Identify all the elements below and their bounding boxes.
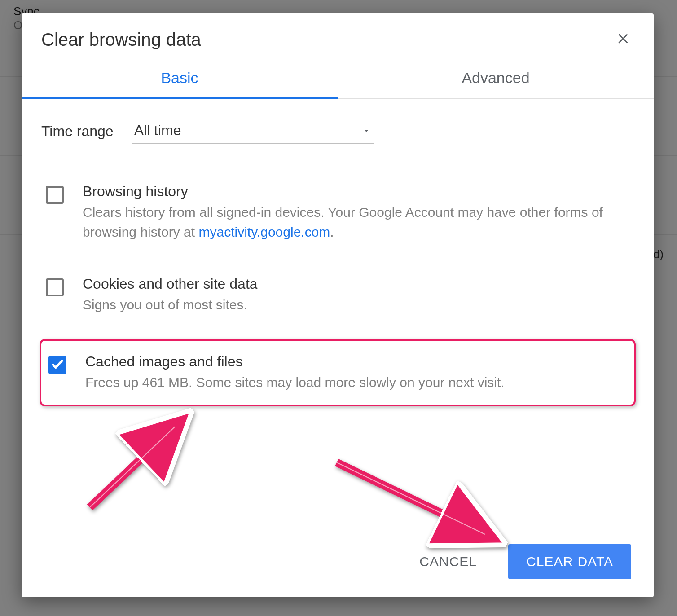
tab-basic[interactable]: Basic <box>22 59 338 98</box>
time-range-select[interactable]: All time <box>132 119 374 144</box>
time-range-value: All time <box>134 122 181 139</box>
cancel-button[interactable]: CANCEL <box>410 546 486 577</box>
option-title: Cookies and other site data <box>83 276 629 292</box>
tabs: Basic Advanced <box>22 59 654 99</box>
option-cookies: Cookies and other site data Signs you ou… <box>41 268 634 323</box>
dialog-title: Clear browsing data <box>41 30 201 50</box>
checkbox-cached-images[interactable] <box>48 356 66 374</box>
chevron-down-icon <box>361 126 371 136</box>
myactivity-link[interactable]: myactivity.google.com <box>198 224 330 239</box>
close-icon <box>615 31 631 48</box>
option-description: Frees up 461 MB. Some sites may load mor… <box>85 373 625 392</box>
check-icon <box>51 357 64 373</box>
close-button[interactable] <box>612 29 634 50</box>
option-cached-images: Cached images and files Frees up 461 MB.… <box>44 345 629 400</box>
option-description: Signs you out of most sites. <box>83 295 629 315</box>
checkbox-browsing-history[interactable] <box>46 186 64 204</box>
option-browsing-history: Browsing history Clears history from all… <box>41 175 634 250</box>
time-range-label: Time range <box>41 123 114 140</box>
tab-advanced[interactable]: Advanced <box>338 59 654 98</box>
clear-browsing-data-dialog: Clear browsing data Basic Advanced Time … <box>22 13 654 597</box>
clear-data-button[interactable]: CLEAR DATA <box>508 544 631 579</box>
option-title: Cached images and files <box>85 353 625 370</box>
annotation-highlight-box: Cached images and files Frees up 461 MB.… <box>40 339 636 407</box>
option-title: Browsing history <box>83 183 629 200</box>
option-description: Clears history from all signed-in device… <box>83 202 629 242</box>
checkbox-cookies[interactable] <box>46 278 64 296</box>
